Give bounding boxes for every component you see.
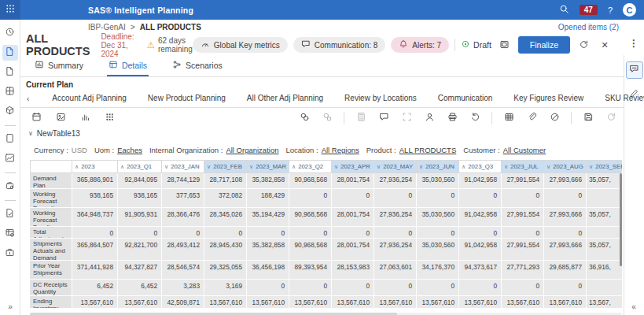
grid-cell[interactable]: 27,993,666 (544, 239, 587, 261)
grid-cell[interactable]: 6,452 (118, 280, 162, 296)
grid-cell[interactable]: 0 (72, 227, 118, 239)
close-button[interactable]: ✕ (597, 37, 613, 53)
breadcrumb-root[interactable]: IBP-GenAI (88, 23, 126, 32)
grid-cell[interactable]: 371,441,928 (72, 261, 118, 280)
grid-cell[interactable]: 27,993,666 (544, 208, 587, 227)
grid-cell[interactable]: 13,567,610 (289, 296, 332, 309)
search-button[interactable] (559, 4, 569, 16)
person-button[interactable] (423, 112, 436, 124)
column-header-2023_AUG[interactable]: ∨2023_AUG (544, 160, 587, 173)
refresh-table-button[interactable] (605, 112, 617, 124)
grid-columns-button[interactable] (103, 112, 116, 124)
sidebar-item-approvals[interactable] (2, 206, 18, 222)
row-label[interactable]: Total Adjustment (30, 227, 72, 239)
grid-cell[interactable]: 13,567,610 (118, 296, 162, 309)
grid-cell[interactable]: 27,993,666 (544, 173, 587, 189)
grid-cell[interactable]: 28,717,108 (204, 173, 247, 189)
print-button[interactable] (446, 112, 458, 124)
grid-cell[interactable]: 35,030,560 (417, 239, 459, 261)
sheet-tab-new-product-planning[interactable]: New Product Planning (148, 91, 226, 107)
grid-cell[interactable]: 35,194,429 (247, 208, 289, 227)
grid-cell[interactable]: 36,456,198 (247, 261, 289, 280)
grid-cell[interactable]: 27,771,293 (502, 261, 544, 280)
attachment-button[interactable] (525, 112, 538, 124)
grid-cell[interactable] (587, 280, 622, 296)
grid-cell[interactable]: 938,165 (72, 189, 118, 208)
block-button[interactable] (548, 112, 561, 124)
sidebar-item-plans[interactable] (2, 45, 18, 61)
sheet-tab-account-adj-planning[interactable]: Account Adj Planning (52, 91, 127, 107)
grid-cell[interactable]: 0 (374, 227, 417, 239)
grid-cell[interactable]: 27,991,554 (502, 239, 544, 261)
comment-button[interactable] (377, 112, 390, 124)
row-label[interactable]: Demand Plan (30, 173, 72, 189)
column-header-2023_JUL[interactable]: ∨2023_JUL (502, 160, 544, 173)
column-header-2023_MAR[interactable]: ∨2023_MAR (247, 160, 289, 173)
copy-cells-button[interactable] (298, 112, 311, 124)
filter-value[interactable]: All Regions (322, 146, 359, 154)
grid-cell[interactable]: 28,345,026 (204, 208, 247, 227)
grid-cell[interactable]: 0 (502, 227, 544, 239)
notifications-badge[interactable]: 47 (580, 5, 598, 15)
sidebar-item-models[interactable] (2, 104, 18, 120)
sheet-tab-communication[interactable]: Communication (438, 91, 492, 107)
grid-cell[interactable]: 0 (417, 227, 459, 239)
grid-cell[interactable]: 90,968,568 (289, 239, 332, 261)
grid-cell[interactable]: 0 (162, 227, 204, 239)
table-panel-header[interactable]: ∨ NewTable13 (28, 129, 80, 138)
grid-cell[interactable]: 35,030,560 (417, 208, 459, 227)
grid-cell[interactable]: 13,567, (587, 296, 622, 309)
column-header-2023_JUN[interactable]: ∨2023_JUN (417, 160, 459, 173)
column-header-2023[interactable]: ∧2023 (72, 160, 118, 173)
column-header-2023_MAY[interactable]: ∨2023_MAY (374, 160, 417, 173)
grid-cell[interactable]: 91,042,958 (459, 173, 502, 189)
sheet-tab-sku-review[interactable]: SKU Review (605, 91, 644, 107)
grid-cell[interactable]: 0 (417, 280, 459, 296)
grid-cell[interactable]: 0 (332, 227, 374, 239)
global-key-metrics-button[interactable]: Global Key metrics (193, 37, 288, 53)
grid-cell[interactable]: 13,567,610 (332, 296, 374, 309)
grid-cell[interactable]: 28,153,983 (332, 261, 374, 280)
opened-items-link[interactable]: Opened items (2) (558, 23, 619, 32)
grid-cell[interactable]: 13,567,610 (72, 296, 118, 309)
grid-cell[interactable]: 0 (289, 280, 332, 296)
scroll-tabs-left-button[interactable]: ‹ (25, 91, 31, 107)
grid-cell[interactable]: 0 (374, 189, 417, 208)
grid-cell[interactable]: 0 (417, 189, 459, 208)
column-header-2023_APR[interactable]: ∨2023_APR (332, 160, 374, 173)
grid-cell[interactable]: 0 (459, 280, 502, 296)
grid-cell[interactable]: 3,283 (162, 280, 204, 296)
calculator-button[interactable] (355, 112, 367, 124)
row-label[interactable]: Ending Inventory (30, 296, 72, 309)
grid-cell[interactable]: 365,886,901 (72, 173, 118, 189)
grid-cell[interactable]: 0 (332, 280, 374, 296)
calendar-button[interactable] (30, 112, 42, 124)
grid-cell[interactable]: 0 (502, 189, 544, 208)
row-label[interactable]: Shipments Actuals and Demand Plan (30, 239, 72, 261)
grid-cell[interactable]: 34,176,370 (417, 261, 459, 280)
grid-cell[interactable]: 35,382,858 (247, 239, 289, 261)
row-label[interactable]: DC Receipts Quantity (30, 280, 72, 296)
grid-cell[interactable]: 35,382,858 (247, 173, 289, 189)
grid-cell[interactable]: 29,685,877 (544, 261, 587, 280)
filter-value[interactable]: Eaches (117, 146, 142, 154)
grid-cell[interactable]: 0 (289, 189, 332, 208)
row-label[interactable]: Working Forecast Promotion (30, 189, 72, 208)
row-label[interactable]: Prior Year Shipments (30, 261, 72, 280)
grid-cell[interactable]: 0 (374, 280, 417, 296)
grid-cell[interactable]: 36,916, (587, 261, 622, 280)
grid-cell[interactable]: 3,169 (204, 280, 247, 296)
grid-cell[interactable]: 13,567,610 (417, 296, 459, 309)
grid-cell[interactable]: 0 (502, 280, 544, 296)
grid-cell[interactable]: 0 (247, 280, 289, 296)
grid-cell[interactable]: 28,001,754 (332, 239, 374, 261)
expand-left-rail-button[interactable]: » (0, 302, 20, 311)
bar-chart-button[interactable] (79, 112, 91, 124)
filter-value[interactable]: All Customer (503, 146, 546, 154)
comments-panel-button[interactable] (626, 61, 643, 79)
sidebar-item-jobs[interactable] (2, 246, 18, 261)
grid-cell[interactable]: 42,509,871 (162, 296, 204, 309)
grid-cell[interactable]: 28,493,412 (162, 239, 204, 261)
grid-cell[interactable]: 28,366,476 (162, 208, 204, 227)
sidebar-item-data-tables[interactable] (2, 226, 18, 242)
